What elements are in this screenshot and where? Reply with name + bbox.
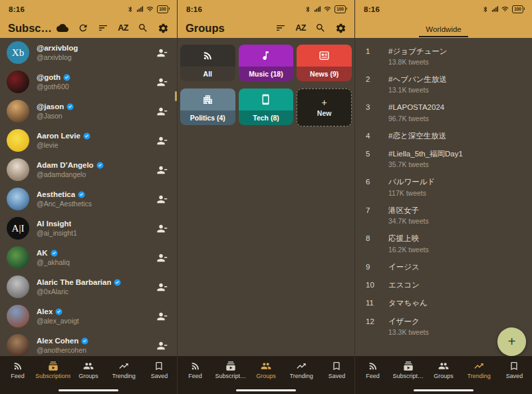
sort-button[interactable] <box>98 23 108 33</box>
rss-icon <box>190 361 201 371</box>
wifi-icon <box>501 5 509 13</box>
group-tile-music[interactable]: Music (18) <box>239 45 294 81</box>
groups-grid: All Music (18) News (9) Politics (4) Tec… <box>178 38 354 133</box>
settings-button[interactable] <box>158 23 169 34</box>
home-indicator[interactable] <box>236 389 296 392</box>
signal-icon <box>314 5 321 13</box>
trend-rank: 8 <box>366 234 388 242</box>
verified-badge-icon <box>114 279 121 286</box>
subscription-item[interactable]: Aesthetica @Anc_Aesthetics <box>0 184 177 214</box>
subscription-item[interactable]: Alex Cohen @anothercohen <box>0 331 177 356</box>
bluetooth-icon <box>482 6 489 13</box>
nav-groups[interactable]: Groups <box>70 361 106 379</box>
sort-alpha-button[interactable]: AZ <box>295 24 306 33</box>
avatar <box>7 71 29 93</box>
refresh-button[interactable] <box>78 23 88 33</box>
home-indicator[interactable] <box>59 389 118 392</box>
cloud-sync-button[interactable] <box>57 22 68 34</box>
clock: 8:16 <box>364 5 380 13</box>
group-tile-all[interactable]: All <box>180 45 235 81</box>
nav-saved[interactable]: Saved <box>142 361 177 379</box>
nav-groups[interactable]: Groups <box>248 361 283 379</box>
nav-trending[interactable]: Trending <box>284 361 319 379</box>
sort-alpha-button[interactable]: AZ <box>118 24 128 33</box>
group-tile-politics[interactable]: Politics (4) <box>180 89 235 125</box>
home-indicator[interactable] <box>414 389 473 392</box>
subscription-item[interactable]: Alaric The Barbarian @0xAlaric <box>0 272 177 301</box>
trend-item[interactable]: 6 パルワールド 117K tweets <box>355 173 532 201</box>
subscription-item[interactable]: Alex @alex_avoigt <box>0 301 177 331</box>
settings-button[interactable] <box>335 23 346 34</box>
groups-icon <box>83 361 94 371</box>
subscription-item[interactable]: Adam D’Angelo @adamdangelo <box>0 155 177 184</box>
trend-rank: 12 <box>366 317 388 325</box>
subscriptions-icon <box>225 361 236 371</box>
trend-item[interactable]: 8 応援上映 16.2K tweets <box>355 230 532 258</box>
status-bar: 8:16 100 <box>355 0 532 18</box>
nav-feed[interactable]: Feed <box>0 361 35 379</box>
status-bar: 8:16 100 <box>0 0 177 18</box>
trend-item[interactable]: 3 #LAPOSTA2024 96.7K tweets <box>355 98 532 126</box>
new-group-button[interactable]: + New <box>297 89 352 126</box>
person-remove-button[interactable] <box>156 106 168 117</box>
trend-item[interactable]: 4 #恋と深空生放送 <box>355 126 532 144</box>
person-remove-button[interactable] <box>156 194 168 205</box>
subscription-item[interactable]: Aaron Levie @levie <box>0 126 177 155</box>
person-remove-button[interactable] <box>156 252 168 264</box>
trend-rank: 11 <box>366 298 388 307</box>
user-handle: @Anc_Aesthetics <box>37 200 149 208</box>
person-remove-button[interactable] <box>156 47 168 59</box>
add-trend-location-button[interactable]: + <box>497 327 526 356</box>
nav-subscriptions[interactable]: Subscript… <box>390 361 426 379</box>
group-tile-news[interactable]: News (9) <box>297 45 352 81</box>
trend-item[interactable]: 9 イージス <box>355 258 532 276</box>
verified-badge-icon <box>81 337 88 345</box>
trend-rank: 1 <box>366 47 388 55</box>
trend-item[interactable]: 2 #ヘブバン生放送 13.1K tweets <box>355 70 532 98</box>
person-remove-button[interactable] <box>156 77 168 88</box>
nav-subscriptions[interactable]: Subscript… <box>213 361 248 379</box>
trend-tweet-count: 16.2K tweets <box>388 246 521 254</box>
tab-worldwide[interactable]: Worldwide <box>419 21 467 37</box>
rss-icon <box>13 361 23 371</box>
sort-button[interactable] <box>275 23 286 33</box>
user-handle: @levie <box>37 141 149 149</box>
trend-item[interactable]: 1 #ジョブチューン 13.8K tweets <box>355 42 532 70</box>
avatar: A|I <box>7 217 29 240</box>
nav-feed[interactable]: Feed <box>178 361 213 379</box>
person-remove-button[interactable] <box>156 223 168 234</box>
trend-item[interactable]: 10 エスコン <box>355 276 532 294</box>
trend-title: エスコン <box>388 280 521 290</box>
subscription-item[interactable]: @goth @goth600 <box>0 67 177 97</box>
person-remove-button[interactable] <box>156 135 168 146</box>
trend-title: #LAPOSTA2024 <box>388 102 521 112</box>
user-handle: @0xAlaric <box>37 288 149 296</box>
subscription-item[interactable]: AK @_akhaliq <box>0 243 177 272</box>
person-remove-button[interactable] <box>156 164 168 176</box>
person-remove-button[interactable] <box>156 282 168 293</box>
person-remove-button[interactable] <box>156 340 168 351</box>
subscription-item[interactable]: Xb @arxivblog @arxivblog <box>0 38 177 67</box>
nav-subscriptions[interactable]: Subscriptions <box>35 361 70 379</box>
nav-saved[interactable]: Saved <box>319 361 354 379</box>
subscription-item[interactable]: @jason @Jason <box>0 97 177 126</box>
avatar <box>7 100 29 122</box>
page-title: Subsc… <box>8 22 51 35</box>
avatar <box>7 158 29 181</box>
search-button[interactable] <box>138 23 148 33</box>
user-handle: @alex_avoigt <box>37 317 149 325</box>
nav-trending[interactable]: Trending <box>462 361 497 379</box>
nav-groups[interactable]: Groups <box>426 361 461 379</box>
trend-item[interactable]: 5 #Liella_5th_福岡Day1 35.7K tweets <box>355 145 532 173</box>
person-remove-button[interactable] <box>156 311 168 322</box>
subscription-item[interactable]: A|I AI Insight @ai_insight1 <box>0 214 177 243</box>
nav-saved[interactable]: Saved <box>497 361 532 379</box>
trend-item[interactable]: 7 港区女子 34.7K tweets <box>355 201 532 229</box>
trend-item[interactable]: 11 タマちゃん <box>355 294 532 312</box>
nav-feed[interactable]: Feed <box>355 361 390 379</box>
trending-up-icon <box>296 361 307 371</box>
search-button[interactable] <box>315 23 326 33</box>
trend-tweet-count: 13.8K tweets <box>388 58 521 66</box>
group-tile-tech[interactable]: Tech (8) <box>239 89 294 125</box>
nav-trending[interactable]: Trending <box>106 361 142 379</box>
